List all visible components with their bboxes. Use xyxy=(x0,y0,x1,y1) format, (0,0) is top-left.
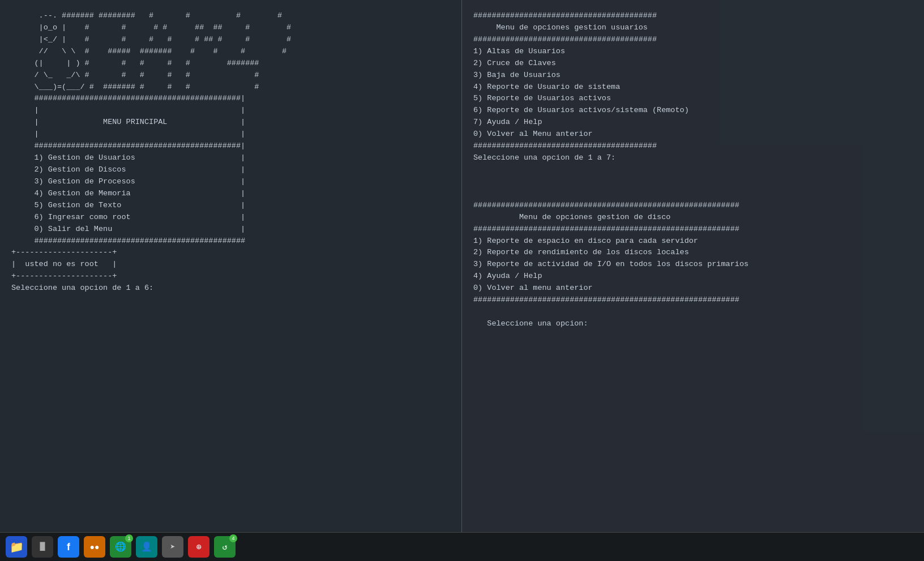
taskbar: 📁 ▐▌ f ●● 🌐1 👤 ➤ ⊕ ↺4 xyxy=(0,532,924,561)
app2-icon[interactable]: ➤ xyxy=(162,536,183,558)
terminal-icon[interactable]: ▐▌ xyxy=(32,536,53,558)
app1-icon[interactable]: ●● xyxy=(84,536,105,558)
right-bottom-input[interactable] xyxy=(473,331,485,340)
network-badge: 1 xyxy=(125,534,133,542)
app4-icon[interactable]: ↺4 xyxy=(214,536,236,558)
right-terminal-content: ########################################… xyxy=(473,10,913,164)
right-top-input[interactable] xyxy=(473,165,485,174)
facebook-icon[interactable]: f xyxy=(58,536,79,558)
left-terminal-content: .--. ####### ######## # # # # |o_o | # #… xyxy=(11,10,450,294)
files-icon[interactable]: 📁 xyxy=(6,536,27,558)
left-prompt-input[interactable] xyxy=(11,296,23,304)
network-icon[interactable]: 🌐1 xyxy=(110,536,131,558)
app3-icon[interactable]: ⊕ xyxy=(188,536,209,558)
right-terminal: ########################################… xyxy=(462,0,924,532)
user-icon[interactable]: 👤 xyxy=(136,536,157,558)
right-bottom-content: ########################################… xyxy=(473,188,913,330)
left-terminal: .--. ####### ######## # # # # |o_o | # #… xyxy=(0,0,462,532)
app4-badge: 4 xyxy=(229,534,237,542)
